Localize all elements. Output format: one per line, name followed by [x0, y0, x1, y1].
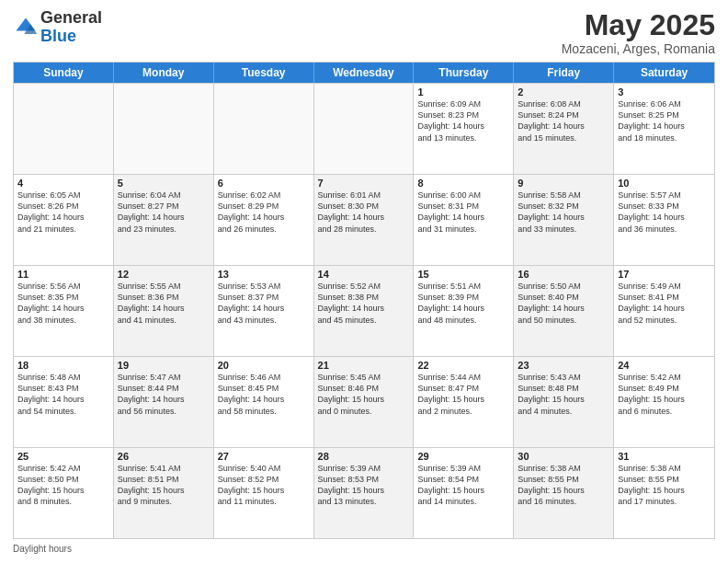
day-info: Sunrise: 5:51 AMSunset: 8:39 PMDaylight:…	[417, 281, 509, 326]
day-number: 9	[518, 178, 609, 189]
day-info: Sunrise: 5:49 AMSunset: 8:41 PMDaylight:…	[618, 281, 711, 326]
header: General Blue May 2025 Mozaceni, Arges, R…	[13, 9, 715, 56]
day-number: 16	[518, 269, 609, 280]
day-info: Sunrise: 5:38 AMSunset: 8:55 PMDaylight:…	[618, 463, 711, 508]
day-info: Sunrise: 5:42 AMSunset: 8:49 PMDaylight:…	[618, 372, 711, 417]
cal-cell	[14, 84, 114, 174]
cal-cell: 27Sunrise: 5:40 AMSunset: 8:52 PMDayligh…	[214, 448, 314, 538]
day-info: Sunrise: 5:41 AMSunset: 8:51 PMDaylight:…	[118, 463, 210, 508]
day-info: Sunrise: 6:04 AMSunset: 8:27 PMDaylight:…	[118, 190, 210, 235]
day-info: Sunrise: 6:00 AMSunset: 8:31 PMDaylight:…	[417, 190, 509, 235]
day-info: Sunrise: 5:39 AMSunset: 8:54 PMDaylight:…	[417, 463, 509, 508]
day-number: 23	[518, 360, 609, 371]
cal-cell: 11Sunrise: 5:56 AMSunset: 8:35 PMDayligh…	[14, 266, 114, 356]
cal-header-day: Thursday	[414, 63, 514, 83]
cal-cell: 29Sunrise: 5:39 AMSunset: 8:54 PMDayligh…	[414, 448, 514, 538]
logo-icon	[13, 15, 39, 40]
day-info: Sunrise: 5:57 AMSunset: 8:33 PMDaylight:…	[618, 190, 711, 235]
cal-week-row: 25Sunrise: 5:42 AMSunset: 8:50 PMDayligh…	[14, 447, 714, 538]
day-number: 18	[17, 360, 109, 371]
cal-cell: 20Sunrise: 5:46 AMSunset: 8:45 PMDayligh…	[214, 357, 314, 447]
calendar-body: 1Sunrise: 6:09 AMSunset: 8:23 PMDaylight…	[14, 83, 714, 538]
cal-week-row: 1Sunrise: 6:09 AMSunset: 8:23 PMDaylight…	[14, 83, 714, 174]
cal-cell	[314, 84, 415, 174]
cal-header-day: Friday	[514, 63, 614, 83]
day-info: Sunrise: 5:52 AMSunset: 8:38 PMDaylight:…	[318, 281, 410, 326]
day-info: Sunrise: 5:44 AMSunset: 8:47 PMDaylight:…	[417, 372, 509, 417]
day-info: Sunrise: 5:38 AMSunset: 8:55 PMDaylight:…	[518, 463, 609, 508]
cal-cell: 31Sunrise: 5:38 AMSunset: 8:55 PMDayligh…	[614, 448, 714, 538]
cal-cell: 15Sunrise: 5:51 AMSunset: 8:39 PMDayligh…	[414, 266, 514, 356]
day-number: 11	[17, 269, 109, 280]
cal-cell	[114, 84, 214, 174]
day-info: Sunrise: 5:53 AMSunset: 8:37 PMDaylight:…	[218, 281, 310, 326]
day-number: 10	[618, 178, 711, 189]
cal-header-day: Wednesday	[314, 63, 415, 83]
day-number: 4	[17, 178, 109, 189]
day-info: Sunrise: 6:02 AMSunset: 8:29 PMDaylight:…	[218, 190, 310, 235]
cal-cell: 2Sunrise: 6:08 AMSunset: 8:24 PMDaylight…	[514, 84, 614, 174]
cal-cell: 12Sunrise: 5:55 AMSunset: 8:36 PMDayligh…	[114, 266, 214, 356]
day-info: Sunrise: 5:58 AMSunset: 8:32 PMDaylight:…	[518, 190, 609, 235]
day-info: Sunrise: 5:47 AMSunset: 8:44 PMDaylight:…	[118, 372, 210, 417]
footer: Daylight hours	[13, 544, 715, 554]
day-info: Sunrise: 6:06 AMSunset: 8:25 PMDaylight:…	[618, 98, 711, 144]
day-number: 25	[17, 451, 109, 462]
cal-cell: 30Sunrise: 5:38 AMSunset: 8:55 PMDayligh…	[514, 448, 614, 538]
cal-cell: 13Sunrise: 5:53 AMSunset: 8:37 PMDayligh…	[214, 266, 314, 356]
day-info: Sunrise: 6:09 AMSunset: 8:23 PMDaylight:…	[417, 98, 509, 144]
day-number: 21	[318, 360, 410, 371]
cal-cell: 8Sunrise: 6:00 AMSunset: 8:31 PMDaylight…	[414, 175, 514, 265]
day-info: Sunrise: 5:56 AMSunset: 8:35 PMDaylight:…	[17, 281, 109, 326]
cal-header-day: Sunday	[14, 63, 114, 83]
title-block: May 2025 Mozaceni, Arges, Romania	[562, 9, 715, 56]
cal-cell: 18Sunrise: 5:48 AMSunset: 8:43 PMDayligh…	[14, 357, 114, 447]
cal-cell: 6Sunrise: 6:02 AMSunset: 8:29 PMDaylight…	[214, 175, 314, 265]
cal-cell: 21Sunrise: 5:45 AMSunset: 8:46 PMDayligh…	[314, 357, 415, 447]
cal-cell: 26Sunrise: 5:41 AMSunset: 8:51 PMDayligh…	[114, 448, 214, 538]
day-number: 26	[118, 451, 210, 462]
day-number: 24	[618, 360, 711, 371]
day-number: 5	[118, 178, 210, 189]
cal-cell: 4Sunrise: 6:05 AMSunset: 8:26 PMDaylight…	[14, 175, 114, 265]
day-info: Sunrise: 5:40 AMSunset: 8:52 PMDaylight:…	[218, 463, 310, 508]
day-number: 3	[618, 86, 711, 98]
logo: General Blue	[13, 9, 102, 46]
day-number: 8	[417, 178, 509, 189]
day-info: Sunrise: 5:48 AMSunset: 8:43 PMDaylight:…	[17, 372, 109, 417]
logo-general: General	[40, 8, 102, 27]
day-number: 29	[417, 451, 509, 462]
cal-week-row: 4Sunrise: 6:05 AMSunset: 8:26 PMDaylight…	[14, 174, 714, 265]
day-info: Sunrise: 5:50 AMSunset: 8:40 PMDaylight:…	[518, 281, 609, 326]
cal-cell: 7Sunrise: 6:01 AMSunset: 8:30 PMDaylight…	[314, 175, 415, 265]
cal-cell: 9Sunrise: 5:58 AMSunset: 8:32 PMDaylight…	[514, 175, 614, 265]
month-title: May 2025	[562, 9, 715, 41]
day-info: Sunrise: 5:43 AMSunset: 8:48 PMDaylight:…	[518, 372, 609, 417]
logo-blue: Blue	[40, 27, 76, 45]
calendar-header: SundayMondayTuesdayWednesdayThursdayFrid…	[14, 63, 714, 83]
cal-cell	[214, 84, 314, 174]
day-number: 14	[318, 269, 410, 280]
calendar: SundayMondayTuesdayWednesdayThursdayFrid…	[13, 62, 715, 539]
cal-cell: 14Sunrise: 5:52 AMSunset: 8:38 PMDayligh…	[314, 266, 415, 356]
day-number: 20	[218, 360, 310, 371]
daylight-label: Daylight hours	[13, 544, 72, 554]
cal-header-day: Tuesday	[214, 63, 314, 83]
day-number: 15	[417, 269, 509, 280]
day-number: 7	[318, 178, 410, 189]
cal-cell: 3Sunrise: 6:06 AMSunset: 8:25 PMDaylight…	[614, 84, 714, 174]
cal-cell: 28Sunrise: 5:39 AMSunset: 8:53 PMDayligh…	[314, 448, 415, 538]
day-info: Sunrise: 6:08 AMSunset: 8:24 PMDaylight:…	[518, 98, 609, 144]
day-number: 17	[618, 269, 711, 280]
cal-cell: 23Sunrise: 5:43 AMSunset: 8:48 PMDayligh…	[514, 357, 614, 447]
day-number: 30	[518, 451, 609, 462]
cal-cell: 19Sunrise: 5:47 AMSunset: 8:44 PMDayligh…	[114, 357, 214, 447]
logo-text: General Blue	[40, 9, 102, 46]
location-subtitle: Mozaceni, Arges, Romania	[562, 41, 715, 56]
day-info: Sunrise: 6:05 AMSunset: 8:26 PMDaylight:…	[17, 190, 109, 235]
cal-cell: 24Sunrise: 5:42 AMSunset: 8:49 PMDayligh…	[614, 357, 714, 447]
cal-cell: 1Sunrise: 6:09 AMSunset: 8:23 PMDaylight…	[414, 84, 514, 174]
day-number: 31	[618, 451, 711, 462]
cal-cell: 25Sunrise: 5:42 AMSunset: 8:50 PMDayligh…	[14, 448, 114, 538]
day-info: Sunrise: 5:55 AMSunset: 8:36 PMDaylight:…	[118, 281, 210, 326]
